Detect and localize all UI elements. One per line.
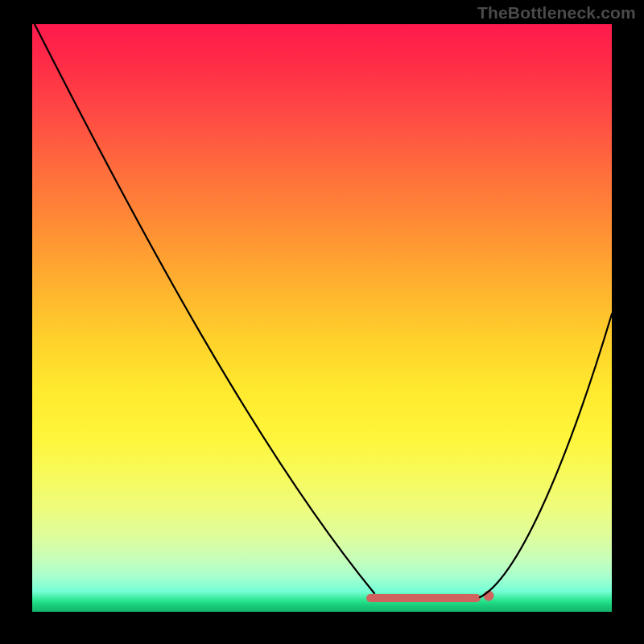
curve-svg	[32, 24, 612, 612]
chart-frame: TheBottleneck.com	[0, 0, 644, 644]
plot-area	[32, 24, 612, 612]
watermark-text: TheBottleneck.com	[477, 3, 636, 23]
curve-right-branch	[480, 314, 612, 597]
curve-left-branch	[35, 24, 374, 593]
